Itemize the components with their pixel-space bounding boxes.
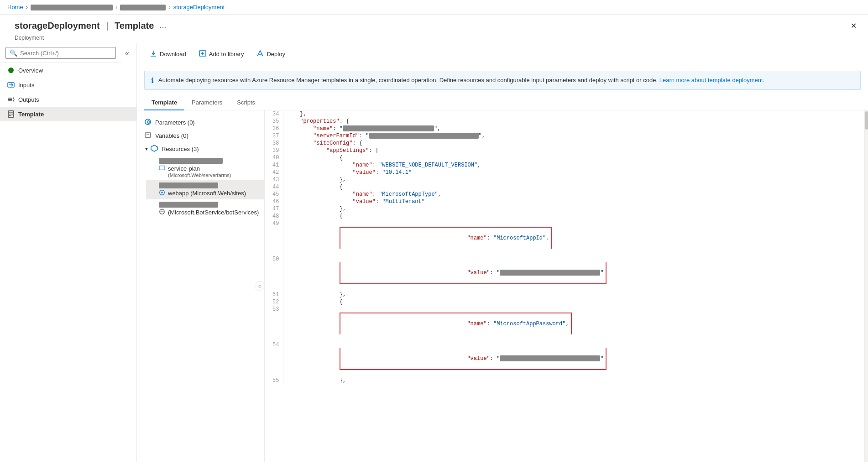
- deploy-button[interactable]: Deploy: [251, 47, 290, 61]
- tab-scripts[interactable]: Scripts: [230, 95, 262, 110]
- main-layout: 🔍 « Overview Inputs: [0, 43, 868, 462]
- info-icon: ℹ: [151, 76, 154, 85]
- search-icon: 🔍: [10, 49, 17, 57]
- sidebar-collapse-button[interactable]: «: [121, 47, 133, 59]
- more-options-button[interactable]: ...: [159, 21, 166, 31]
- sidebar-item-outputs[interactable]: Outputs: [0, 92, 136, 107]
- svg-point-21: [161, 192, 163, 193]
- breadcrumb: Home › › › storageDeployment: [0, 0, 868, 15]
- learn-more-link[interactable]: Learn more about template deployment.: [659, 77, 765, 83]
- add-to-library-button[interactable]: Add to library: [193, 47, 250, 61]
- table-row-highlight-apppassword-value: 54 "value": "": [265, 341, 868, 377]
- table-row: 39 "appSettings": [: [265, 147, 868, 154]
- tree-panel: « ⚙ Parameters (0) Variables (: [137, 110, 265, 462]
- svg-point-0: [8, 68, 14, 73]
- template-icon: [7, 110, 15, 118]
- inputs-icon: [7, 81, 15, 89]
- add-to-library-icon: [199, 50, 206, 58]
- breadcrumb-level2: [31, 4, 113, 10]
- table-row-highlight-appid: 49 "name": "MicrosoftAppId",: [265, 220, 868, 255]
- sidebar: 🔍 « Overview Inputs: [0, 43, 137, 462]
- table-row: 40 {: [265, 154, 868, 162]
- tree-section: ⚙ Parameters (0) Variables (0) ▼: [137, 114, 264, 220]
- download-button[interactable]: Download: [144, 47, 192, 61]
- toolbar: Download Add to library Deploy: [137, 43, 868, 65]
- svg-rect-4: [8, 99, 12, 100]
- tree-variables[interactable]: Variables (0): [137, 129, 264, 142]
- tree-resource-botservice[interactable]: (Microsoft.BotService/botServices): [146, 199, 264, 219]
- scrollbar[interactable]: [864, 110, 868, 462]
- table-row: 55 },: [265, 377, 868, 384]
- table-row: 52 {: [265, 298, 868, 306]
- sidebar-item-overview[interactable]: Overview: [0, 63, 136, 78]
- tree-resources[interactable]: ▼ Resources (3): [137, 142, 264, 156]
- overview-icon: [7, 67, 15, 74]
- table-row: 51 },: [265, 291, 868, 298]
- info-text: Automate deploying resources with Azure …: [158, 76, 764, 85]
- search-input[interactable]: [20, 50, 112, 57]
- variables-icon: [144, 131, 152, 140]
- tabs: Template Parameters Scripts: [137, 95, 868, 110]
- svg-rect-3: [8, 98, 12, 99]
- resources-icon: [151, 145, 158, 153]
- content-area: Download Add to library Deploy ℹ Automat…: [137, 43, 868, 462]
- table-row: 43 },: [265, 176, 868, 183]
- svg-rect-5: [8, 100, 12, 101]
- table-row-highlight-appid-value: 50 "value": "": [265, 255, 868, 291]
- deploy-icon: [256, 50, 264, 58]
- download-icon: [150, 50, 157, 58]
- table-row: 34 },: [265, 110, 868, 118]
- sidebar-item-label-overview: Overview: [18, 67, 43, 74]
- botservice-icon: [159, 209, 165, 216]
- webapp-icon: [159, 189, 165, 197]
- sidebar-item-inputs[interactable]: Inputs: [0, 78, 136, 92]
- tree-resource-service-plan[interactable]: service-plan (Microsoft.Web/serverfarms): [146, 156, 264, 180]
- info-banner: ℹ Automate deploying resources with Azur…: [144, 71, 861, 90]
- page-title: storageDeployment | Template: [15, 21, 154, 31]
- template-content: « ⚙ Parameters (0) Variables (: [137, 110, 868, 462]
- breadcrumb-current[interactable]: storageDeployment: [173, 4, 225, 10]
- svg-rect-19: [159, 166, 165, 170]
- table-row: 44 {: [265, 183, 868, 191]
- sidebar-item-label-template: Template: [18, 111, 44, 118]
- table-row: 38 "siteConfig": {: [265, 140, 868, 147]
- breadcrumb-home[interactable]: Home: [7, 4, 23, 10]
- sidebar-item-label-outputs: Outputs: [18, 96, 39, 103]
- table-row: 36 "name": "",: [265, 125, 868, 132]
- page-subtitle: Deployment: [7, 35, 868, 43]
- tab-template[interactable]: Template: [144, 95, 184, 110]
- svg-text:⚙: ⚙: [146, 120, 151, 125]
- search-input-wrap[interactable]: 🔍: [5, 47, 116, 59]
- table-row: 42 "value": "10.14.1": [265, 169, 868, 176]
- tree-resource-webapp[interactable]: webapp (Microsoft.Web/sites): [146, 180, 264, 199]
- code-table: 34 }, 35 "properties": { 36 "name":: [265, 110, 868, 384]
- parameters-icon: ⚙: [144, 118, 152, 127]
- tab-parameters[interactable]: Parameters: [184, 95, 230, 110]
- table-row-highlight-apppassword: 53 "name": "MicrosoftAppPassword",: [265, 306, 868, 341]
- sidebar-item-label-inputs: Inputs: [18, 82, 34, 89]
- chevron-down-icon: ▼: [144, 146, 149, 151]
- close-button[interactable]: ✕: [846, 18, 861, 33]
- table-row: 46 "value": "MultiTenant": [265, 198, 868, 205]
- table-row: 41 "name": "WEBSITE_NODE_DEFAULT_VERSION…: [265, 162, 868, 169]
- table-row: 47 },: [265, 205, 868, 213]
- svg-rect-17: [145, 133, 151, 137]
- code-panel[interactable]: 34 }, 35 "properties": { 36 "name":: [265, 110, 868, 462]
- table-row: 35 "properties": {: [265, 118, 868, 125]
- service-plan-icon: [159, 165, 165, 172]
- sidebar-nav: Overview Inputs Outputs Template: [0, 63, 136, 121]
- table-row: 45 "name": "MicrosoftAppType",: [265, 191, 868, 198]
- breadcrumb-level3: [120, 4, 166, 10]
- tree-parameters[interactable]: ⚙ Parameters (0): [137, 116, 264, 129]
- table-row: 37 "serverFarmId": "",: [265, 132, 868, 140]
- outputs-icon: [7, 96, 15, 103]
- sidebar-item-template[interactable]: Template: [0, 107, 136, 121]
- close-icon: ✕: [851, 21, 857, 30]
- table-row: 48 {: [265, 213, 868, 220]
- tree-collapse-button[interactable]: «: [255, 281, 265, 291]
- page-header: storageDeployment | Template ... ✕: [7, 15, 868, 35]
